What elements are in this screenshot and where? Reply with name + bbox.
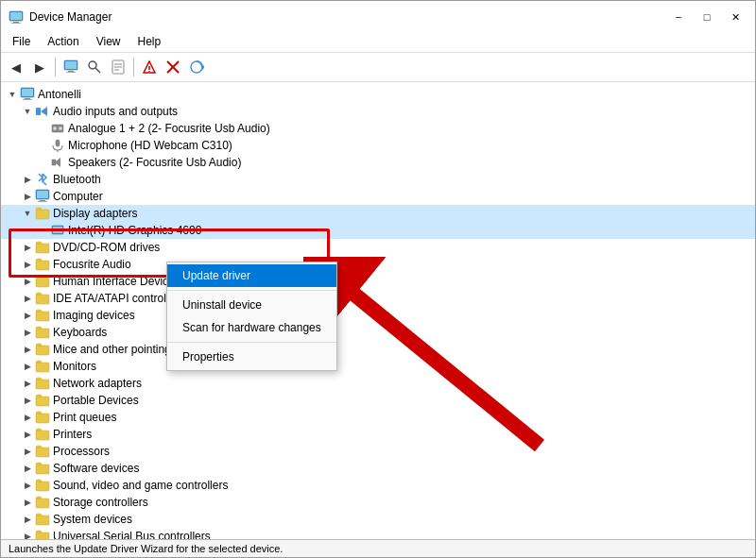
- uninstall-button[interactable]: [162, 56, 184, 78]
- tree-item-focusrite[interactable]: ▶ Focusrite Audio: [1, 256, 755, 273]
- scan-button[interactable]: [185, 56, 208, 78]
- tree-item-usb1[interactable]: ▶ Universal Serial Bus controllers: [1, 528, 755, 539]
- expand-monitors[interactable]: ▶: [20, 359, 35, 374]
- portable-label: Portable Devices: [53, 394, 139, 407]
- tree-item-printq[interactable]: ▶ Print queues: [1, 409, 755, 426]
- tree-item-audio[interactable]: ▼ Audio inputs and outputs: [1, 103, 755, 120]
- svg-marker-33: [56, 158, 60, 167]
- svg-rect-49: [36, 380, 49, 389]
- computer-label: Computer: [53, 190, 103, 203]
- uninstall-icon: [165, 59, 180, 75]
- expand-mice[interactable]: ▶: [20, 342, 35, 357]
- svg-point-29: [59, 127, 62, 130]
- search-button[interactable]: [83, 56, 106, 78]
- tree-item-system[interactable]: ▶ System devices: [1, 511, 755, 528]
- svg-rect-35: [37, 191, 48, 198]
- processors-label: Processors: [53, 445, 110, 458]
- tree-item-mice[interactable]: ▶ Mice and other pointing devices: [1, 341, 755, 358]
- close-button[interactable]: ✕: [723, 7, 747, 27]
- search-icon: [87, 59, 102, 75]
- menu-action[interactable]: Action: [40, 33, 86, 50]
- svg-point-16: [148, 71, 149, 72]
- computer-icon-button[interactable]: [60, 56, 82, 78]
- expand-keyboards[interactable]: ▶: [20, 325, 35, 340]
- analogue-icon: [50, 121, 65, 136]
- ctx-update-driver[interactable]: Update driver: [167, 264, 336, 287]
- properties-icon: [111, 59, 126, 75]
- tree-item-network[interactable]: ▶ Network adapters: [1, 375, 755, 392]
- menu-file[interactable]: File: [5, 33, 38, 50]
- tree-item-sound[interactable]: ▶ Sound, video and game controllers: [1, 477, 755, 494]
- tree-item-analogue[interactable]: ▶ Analogue 1 + 2 (2- Focusrite Usb Audio…: [1, 120, 755, 137]
- expand-printq[interactable]: ▶: [20, 410, 35, 425]
- computer-tree-icon: [35, 189, 50, 204]
- expand-display[interactable]: ▼: [20, 206, 35, 221]
- tree-item-antonelli[interactable]: ▼ Antonelli: [1, 86, 755, 103]
- minimize-button[interactable]: −: [666, 7, 691, 27]
- expand-system[interactable]: ▶: [20, 512, 35, 527]
- expand-focusrite[interactable]: ▶: [20, 257, 35, 272]
- svg-rect-57: [36, 516, 49, 525]
- tree-item-microphone[interactable]: ▶ Microphone (HD Webcam C310): [1, 137, 755, 154]
- tree-item-keyboards[interactable]: ▶ Keyboards: [1, 324, 755, 341]
- tree-item-speakers[interactable]: ▶ Speakers (2- Focusrite Usb Audio): [1, 154, 755, 171]
- back-button[interactable]: ◀: [5, 56, 27, 78]
- tree-item-ide[interactable]: ▶ IDE ATA/ATAPI controllers: [1, 290, 755, 307]
- tree-item-hid[interactable]: ▶ Human Interface Devices: [1, 273, 755, 290]
- tree-item-processors[interactable]: ▶ Processors: [1, 443, 755, 460]
- status-text: Launches the Update Driver Wizard for th…: [9, 543, 283, 554]
- expand-portable[interactable]: ▶: [20, 393, 35, 408]
- portable-icon: [35, 393, 50, 408]
- tree-item-bluetooth[interactable]: ▶ Bluetooth: [1, 171, 755, 188]
- maximize-button[interactable]: □: [695, 7, 719, 27]
- expand-processors[interactable]: ▶: [20, 444, 35, 459]
- expand-software[interactable]: ▶: [20, 461, 35, 476]
- expand-printers[interactable]: ▶: [20, 427, 35, 442]
- properties-button[interactable]: [107, 56, 129, 78]
- svg-rect-2: [11, 23, 21, 24]
- expand-sound[interactable]: ▶: [20, 478, 35, 493]
- tree-item-intel[interactable]: ▶ Intel(R) HD Graphics 4600: [1, 222, 755, 239]
- svg-rect-42: [36, 261, 49, 270]
- title-bar-controls: − □ ✕: [666, 7, 747, 27]
- expand-audio[interactable]: ▼: [20, 104, 35, 119]
- ctx-uninstall[interactable]: Uninstall device: [167, 294, 336, 316]
- tree-item-software[interactable]: ▶ Software devices: [1, 460, 755, 477]
- hid-icon: [35, 274, 50, 289]
- tree-item-printers[interactable]: ▶ Printers: [1, 426, 755, 443]
- expand-bluetooth[interactable]: ▶: [20, 172, 35, 187]
- ctx-separator-2: [167, 342, 336, 343]
- expand-antonelli[interactable]: ▼: [5, 87, 20, 102]
- analogue-label: Analogue 1 + 2 (2- Focusrite Usb Audio): [68, 122, 270, 135]
- expand-computer[interactable]: ▶: [20, 189, 35, 204]
- tree-item-dvd[interactable]: ▶ DVD/CD-ROM drives: [1, 239, 755, 256]
- menu-help[interactable]: Help: [130, 33, 169, 50]
- tree-item-display[interactable]: ▼ Display adapters: [1, 205, 755, 222]
- forward-button[interactable]: ▶: [28, 56, 51, 78]
- svg-rect-53: [36, 448, 49, 457]
- expand-hid[interactable]: ▶: [20, 274, 35, 289]
- expand-imaging[interactable]: ▶: [20, 308, 35, 323]
- tree-item-portable[interactable]: ▶ Portable Devices: [1, 392, 755, 409]
- menu-view[interactable]: View: [89, 33, 129, 50]
- speakers-label: Speakers (2- Focusrite Usb Audio): [68, 156, 241, 169]
- expand-network[interactable]: ▶: [20, 376, 35, 391]
- update-driver-button[interactable]: [138, 56, 161, 78]
- keyboards-icon: [35, 325, 50, 340]
- expand-dvd[interactable]: ▶: [20, 240, 35, 255]
- focusrite-label: Focusrite Audio: [53, 258, 131, 271]
- tree-item-monitors[interactable]: ▶ Monitors: [1, 358, 755, 375]
- tree-item-computer[interactable]: ▶ Computer: [1, 188, 755, 205]
- expand-usb1[interactable]: ▶: [20, 529, 35, 539]
- ctx-scan[interactable]: Scan for hardware changes: [167, 316, 336, 339]
- computer-toolbar-icon: [63, 59, 78, 75]
- tree-item-storage[interactable]: ▶ Storage controllers: [1, 494, 755, 511]
- svg-rect-38: [36, 210, 49, 219]
- usb1-label: Universal Serial Bus controllers: [53, 530, 211, 539]
- ctx-properties[interactable]: Properties: [167, 346, 336, 368]
- tree-item-imaging[interactable]: ▶ Imaging devices: [1, 307, 755, 324]
- system-icon: [35, 512, 50, 527]
- expand-ide[interactable]: ▶: [20, 291, 35, 306]
- expand-storage[interactable]: ▶: [20, 495, 35, 510]
- svg-rect-32: [52, 160, 56, 165]
